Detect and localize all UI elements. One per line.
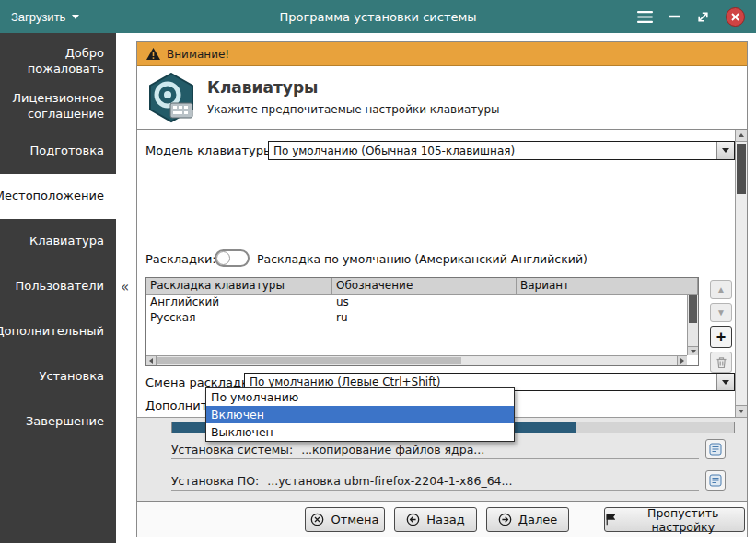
content-panel: Внимание! Клавиатуры Укажите предпочитае… xyxy=(136,41,748,537)
cell-layout: Английский xyxy=(146,295,332,310)
column-header-layout: Раскладка клавиатуры xyxy=(146,278,332,294)
back-icon xyxy=(406,513,420,526)
switch-hotkey-value: По умолчанию (Левые Ctrl+Shift) xyxy=(245,375,716,388)
cell-code: us xyxy=(332,295,517,310)
skip-settings-button[interactable]: Пропустить настройку xyxy=(604,507,745,532)
table-vertical-scrollbar[interactable] xyxy=(687,295,698,355)
skip-label: Пропустить настройку xyxy=(622,506,744,534)
cancel-button[interactable]: Отмена xyxy=(305,507,385,532)
page-header: Клавиатуры Укажите предпочитаемые настро… xyxy=(137,66,747,130)
chevron-down-icon xyxy=(72,15,79,19)
move-down-button[interactable]: ▼ xyxy=(710,303,732,322)
system-install-label: Установка системы: xyxy=(171,443,293,456)
sidebar-item-keyboard[interactable]: Клавиатура xyxy=(0,219,116,264)
layouts-table-header: Раскладка клавиатуры Обозначение Вариант xyxy=(146,278,698,295)
log-icon xyxy=(709,474,722,487)
keyboard-form: Модель клавиатуры: По умолчанию (Обычная… xyxy=(137,130,747,417)
keyboard-step-logo xyxy=(146,73,197,123)
sidebar-item-install[interactable]: Установка xyxy=(0,354,116,399)
next-label: Далее xyxy=(518,513,557,526)
action-bar: Отмена Назад Далее Пропустить настройку xyxy=(137,501,747,537)
maximize-icon[interactable] xyxy=(696,10,710,24)
sidebar-item-preparation[interactable]: Подготовка xyxy=(0,129,116,174)
scrollbar-thumb[interactable] xyxy=(689,295,697,323)
cancel-label: Отмена xyxy=(331,513,378,526)
software-log-button[interactable] xyxy=(705,470,726,491)
layouts-default-toggle[interactable] xyxy=(215,249,250,267)
scrollbar-thumb[interactable] xyxy=(157,357,461,364)
log-icon xyxy=(709,443,722,456)
load-menu-label: Загрузить xyxy=(11,10,65,24)
form-vertical-scrollbar[interactable] xyxy=(735,130,747,417)
cancel-icon xyxy=(310,513,324,526)
next-icon xyxy=(498,513,512,526)
sidebar-item-finish[interactable]: Завершение xyxy=(0,399,116,445)
keyboard-model-select[interactable]: По умолчанию (Обычная 105-клавишная) xyxy=(268,141,735,160)
keyboard-model-label: Модель клавиатуры: xyxy=(145,144,277,157)
page-subtitle: Укажите предпочитаемые настройки клавиат… xyxy=(207,103,499,116)
move-up-button[interactable]: ▲ xyxy=(710,280,732,299)
warning-icon xyxy=(146,48,160,61)
window-title: Программа установки системы xyxy=(129,10,627,24)
sidebar-item-license[interactable]: Лицензионное соглашение xyxy=(0,84,116,129)
cell-code: ru xyxy=(332,310,517,326)
chevron-down-icon xyxy=(716,374,734,390)
sidebar-item-additional[interactable]: Дополнительный xyxy=(0,309,116,354)
layouts-table: Раскладка клавиатуры Обозначение Вариант… xyxy=(145,277,699,366)
back-label: Назад xyxy=(426,513,465,526)
software-install-row: Установка ПО: ...установка ubm-firefox-2… xyxy=(171,471,699,491)
scroll-left-icon[interactable] xyxy=(146,356,157,365)
minimize-icon[interactable] xyxy=(669,15,680,18)
back-button[interactable]: Назад xyxy=(394,507,477,532)
warning-banner[interactable]: Внимание! xyxy=(137,42,747,66)
close-icon[interactable] xyxy=(726,7,745,27)
cell-layout: Русская xyxy=(146,310,332,326)
dropdown-option-off[interactable]: Выключен xyxy=(206,423,514,441)
page-title: Клавиатуры xyxy=(207,78,318,97)
cell-variant xyxy=(517,310,698,326)
layouts-label: Раскладки: xyxy=(145,252,216,266)
load-menu-button[interactable]: Загрузить xyxy=(11,10,79,24)
sidebar-item-location[interactable]: Местоположение xyxy=(0,174,116,219)
next-button[interactable]: Далее xyxy=(486,507,569,532)
table-row[interactable]: Английский us xyxy=(146,295,698,310)
sidebar-collapse-handle[interactable]: « xyxy=(121,279,129,295)
software-install-label: Установка ПО: xyxy=(171,474,259,488)
cell-variant xyxy=(517,295,698,310)
system-install-status: ...копирование файлов ядра... xyxy=(301,443,484,456)
software-install-status: ...установка ubm-firefox-2204-1-x86_64..… xyxy=(267,474,512,488)
warning-label: Внимание! xyxy=(167,48,229,61)
steps-sidebar: Добро пожаловать Лицензионное соглашение… xyxy=(0,33,116,543)
column-header-code: Обозначение xyxy=(332,278,517,294)
scroll-down-icon[interactable] xyxy=(736,405,747,417)
scroll-up-icon[interactable] xyxy=(736,130,747,142)
system-install-row: Установка системы: ...копирование файлов… xyxy=(171,440,699,459)
table-horizontal-scrollbar[interactable] xyxy=(146,355,687,365)
scrollbar-thumb[interactable] xyxy=(737,144,746,194)
titlebar-controls xyxy=(637,7,745,27)
titlebar: Загрузить Программа установки системы xyxy=(0,0,756,33)
hamburger-menu-icon[interactable] xyxy=(637,11,653,23)
column-header-variant: Вариант xyxy=(517,278,698,294)
dropdown-option-default[interactable]: По умолчанию xyxy=(206,388,514,406)
system-log-button[interactable] xyxy=(705,439,726,459)
chevron-down-icon xyxy=(716,142,734,159)
flag-icon xyxy=(605,513,615,526)
layouts-toggle-text: Раскладка по умолчанию (Американский Анг… xyxy=(257,252,587,266)
add-layout-button[interactable]: + xyxy=(710,326,732,348)
keyboard-model-value: По умолчанию (Обычная 105-клавишная) xyxy=(269,144,716,157)
table-row[interactable]: Русская ru xyxy=(146,310,698,326)
dropdown-option-on[interactable]: Включен xyxy=(206,406,514,423)
trash-icon xyxy=(715,356,727,369)
sidebar-item-users[interactable]: Пользователи xyxy=(0,264,116,309)
scroll-down-icon[interactable] xyxy=(688,346,698,355)
delete-layout-button[interactable] xyxy=(710,352,732,373)
numlock-dropdown-list: По умолчанию Включен Выключен xyxy=(205,387,515,442)
scroll-right-icon[interactable] xyxy=(677,356,687,365)
sidebar-item-welcome[interactable]: Добро пожаловать xyxy=(0,39,116,84)
